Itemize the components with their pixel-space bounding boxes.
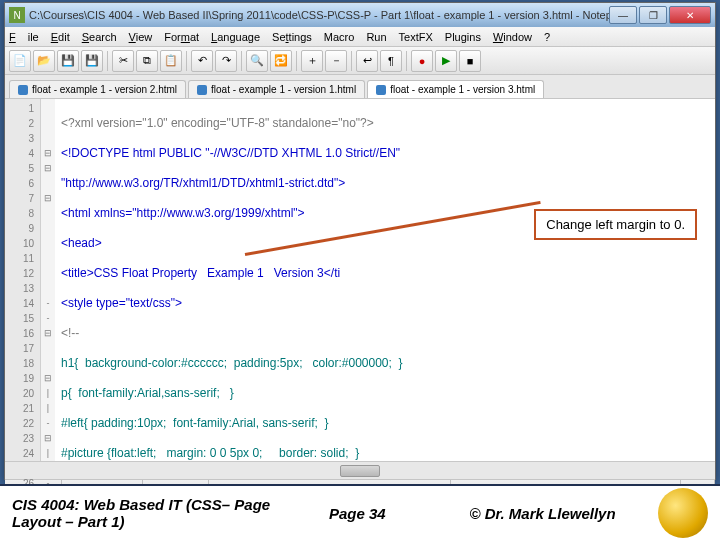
horizontal-scrollbar[interactable] [5, 461, 715, 479]
footer-copyright: © Dr. Mark Llewellyn [433, 505, 652, 522]
show-chars-button[interactable]: ¶ [380, 50, 402, 72]
toolbar-separator [107, 51, 108, 71]
menu-format[interactable]: Format [164, 31, 199, 43]
tab-file-3[interactable]: float - example 1 - version 3.html [367, 80, 544, 98]
cut-button[interactable]: ✂ [112, 50, 134, 72]
toolbar-separator [296, 51, 297, 71]
tab-file-2[interactable]: float - example 1 - version 1.html [188, 80, 365, 98]
toolbar-separator [351, 51, 352, 71]
file-icon [18, 85, 28, 95]
record-macro-button[interactable]: ● [411, 50, 433, 72]
annotation-text: Change left margin to 0. [546, 217, 685, 232]
redo-button[interactable]: ↷ [215, 50, 237, 72]
file-icon [197, 85, 207, 95]
app-window: N C:\Courses\CIS 4004 - Web Based II\Spr… [4, 2, 716, 480]
footer-seal-icon [658, 488, 708, 538]
save-button[interactable]: 💾 [57, 50, 79, 72]
footer-course: CIS 4004: Web Based IT (CSS– Page Layout… [12, 496, 281, 530]
scrollbar-thumb[interactable] [340, 465, 380, 477]
menu-view[interactable]: View [129, 31, 153, 43]
play-macro-button[interactable]: ▶ [435, 50, 457, 72]
window-title: C:\Courses\CIS 4004 - Web Based II\Sprin… [29, 9, 609, 21]
toolbar-separator [241, 51, 242, 71]
slide-footer: CIS 4004: Web Based IT (CSS– Page Layout… [0, 484, 720, 540]
code-content[interactable]: <?xml version="1.0" encoding="UTF-8" sta… [55, 99, 715, 461]
tab-file-1[interactable]: float - example 1 - version 2.html [9, 80, 186, 98]
window-controls: — ❐ ✕ [609, 6, 711, 24]
undo-button[interactable]: ↶ [191, 50, 213, 72]
paste-button[interactable]: 📋 [160, 50, 182, 72]
menu-macro[interactable]: Macro [324, 31, 355, 43]
toolbar-separator [186, 51, 187, 71]
app-icon: N [9, 7, 25, 23]
open-file-button[interactable]: 📂 [33, 50, 55, 72]
wrap-button[interactable]: ↩ [356, 50, 378, 72]
tab-label: float - example 1 - version 1.html [211, 84, 356, 95]
menu-file[interactable]: File [9, 31, 39, 43]
menu-language[interactable]: Language [211, 31, 260, 43]
menu-edit[interactable]: Edit [51, 31, 70, 43]
menu-search[interactable]: Search [82, 31, 117, 43]
toolbar-separator [406, 51, 407, 71]
menu-help[interactable]: ? [544, 31, 550, 43]
annotation-callout: Change left margin to 0. [534, 209, 697, 240]
menu-run[interactable]: Run [366, 31, 386, 43]
tab-label: float - example 1 - version 3.html [390, 84, 535, 95]
tab-bar: float - example 1 - version 2.html float… [5, 75, 715, 99]
close-button[interactable]: ✕ [669, 6, 711, 24]
file-icon [376, 85, 386, 95]
zoom-in-button[interactable]: ＋ [301, 50, 323, 72]
zoom-out-button[interactable]: － [325, 50, 347, 72]
replace-button[interactable]: 🔁 [270, 50, 292, 72]
stop-macro-button[interactable]: ■ [459, 50, 481, 72]
copy-button[interactable]: ⧉ [136, 50, 158, 72]
code-editor[interactable]: 1234567891011121314151617181920212223242… [5, 99, 715, 461]
line-number-gutter: 1234567891011121314151617181920212223242… [5, 99, 41, 461]
new-file-button[interactable]: 📄 [9, 50, 31, 72]
menu-plugins[interactable]: Plugins [445, 31, 481, 43]
title-bar[interactable]: N C:\Courses\CIS 4004 - Web Based II\Spr… [5, 3, 715, 27]
menu-bar: File Edit Search View Format Language Se… [5, 27, 715, 47]
toolbar: 📄 📂 💾 💾 ✂ ⧉ 📋 ↶ ↷ 🔍 🔁 ＋ － ↩ ¶ ● ▶ ■ [5, 47, 715, 75]
footer-page: Page 34 [281, 505, 433, 522]
menu-settings[interactable]: Settings [272, 31, 312, 43]
fold-gutter[interactable]: ⊟⊟⊟--⊟⊟||-⊟||--- [41, 99, 55, 461]
menu-window[interactable]: Window [493, 31, 532, 43]
minimize-button[interactable]: — [609, 6, 637, 24]
maximize-button[interactable]: ❐ [639, 6, 667, 24]
menu-textfx[interactable]: TextFX [399, 31, 433, 43]
save-all-button[interactable]: 💾 [81, 50, 103, 72]
find-button[interactable]: 🔍 [246, 50, 268, 72]
tab-label: float - example 1 - version 2.html [32, 84, 177, 95]
